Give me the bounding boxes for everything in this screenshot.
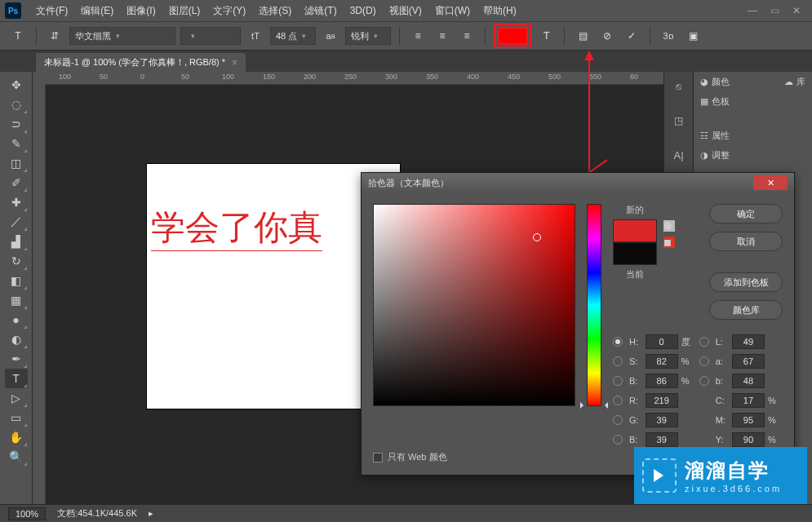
eyedropper-tool[interactable]: ✐ (5, 173, 28, 192)
picker-close-button[interactable]: ✕ (753, 175, 788, 190)
move-tool[interactable]: ✥ (5, 75, 28, 95)
r-radio[interactable] (613, 396, 623, 405)
menu-window[interactable]: 窗口(W) (428, 4, 477, 18)
y-input[interactable] (732, 432, 765, 447)
canvas-text-layer[interactable]: 学会了你真 (151, 205, 322, 251)
healing-tool[interactable]: ✚ (5, 192, 28, 212)
navigator-panel-icon[interactable]: ◳ (668, 109, 690, 132)
menu-view[interactable]: 视图(V) (383, 4, 428, 18)
options-bar: T ⇵ 华文细黑 tT 48 点 aa 锐利 ≡ ≡ ≡ Ƭ ▤ ⊘ ✓ 3ᴅ … (0, 21, 812, 51)
adjustments-panel-tab[interactable]: ◑调整 (697, 147, 733, 163)
l-radio[interactable] (699, 337, 709, 347)
maximize-icon[interactable]: ▭ (770, 5, 779, 16)
type-tool[interactable]: T (5, 369, 28, 388)
m-input[interactable] (732, 413, 765, 427)
align-right-icon[interactable]: ≡ (457, 26, 477, 46)
swatches-panel-tab[interactable]: ▦色板 (697, 93, 733, 109)
b-input[interactable] (646, 374, 678, 388)
g-radio[interactable] (613, 415, 623, 425)
font-style-select[interactable] (180, 27, 241, 45)
quick-select-tool[interactable]: ✎ (5, 134, 28, 153)
font-family-select[interactable]: 华文细黑 (69, 27, 175, 45)
s-input[interactable] (646, 354, 678, 369)
menu-file[interactable]: 文件(F) (29, 4, 74, 18)
tab-close-icon[interactable]: × (232, 57, 237, 69)
a-input[interactable] (732, 354, 765, 369)
status-chevron-icon[interactable]: ▸ (149, 508, 153, 519)
hue-cursor-icon (583, 402, 605, 409)
3d-icon[interactable]: 3ᴅ (659, 26, 678, 46)
websafe-warn-icon[interactable]: ◼ (663, 237, 675, 248)
dodge-tool[interactable]: ◐ (5, 330, 28, 349)
ruler-corner (33, 72, 46, 85)
lasso-tool[interactable]: ⊃ (5, 114, 28, 134)
hand-tool[interactable]: ✋ (5, 427, 28, 447)
menu-image[interactable]: 图像(I) (120, 4, 162, 18)
color-panel-tab[interactable]: ◕颜色 (697, 73, 733, 90)
font-size-select[interactable]: 48 点 (270, 27, 316, 45)
blur-tool[interactable]: ● (5, 310, 28, 330)
eraser-tool[interactable]: ◧ (5, 271, 28, 290)
hue-radio[interactable] (613, 337, 623, 347)
add-swatch-button[interactable]: 添加到色板 (709, 272, 783, 292)
gamut-warn-icon[interactable]: ⬣ (663, 220, 675, 232)
menu-edit[interactable]: 编辑(E) (74, 4, 120, 18)
hue-slider[interactable] (587, 204, 601, 406)
path-select-tool[interactable]: ▷ (5, 388, 28, 408)
saturation-brightness-field[interactable] (373, 204, 575, 406)
menu-type[interactable]: 文字(Y) (206, 4, 252, 18)
gradient-tool[interactable]: ▦ (5, 290, 28, 310)
zoom-level[interactable]: 100% (8, 507, 46, 520)
library-panel-tab[interactable]: ☁库 (781, 73, 809, 90)
properties-panel-tab[interactable]: ☷属性 (697, 127, 733, 144)
align-center-icon[interactable]: ≡ (433, 26, 452, 46)
picker-titlebar[interactable]: 拾色器（文本颜色） ✕ (362, 173, 794, 192)
current-color-swatch[interactable] (613, 242, 657, 265)
cancel-icon[interactable]: ⊘ (597, 26, 617, 46)
character-panel-icon[interactable]: ▤ (573, 26, 592, 46)
ok-button[interactable]: 确定 (709, 204, 783, 223)
commit-icon[interactable]: ✓ (622, 26, 641, 46)
menu-select[interactable]: 选择(S) (252, 4, 298, 18)
close-icon[interactable]: ✕ (792, 5, 801, 16)
align-left-icon[interactable]: ≡ (408, 26, 428, 46)
brush-tool[interactable]: ／ (5, 212, 28, 232)
bl-radio[interactable] (613, 435, 623, 445)
b2-radio[interactable] (699, 376, 709, 386)
shape-tool[interactable]: ▭ (5, 408, 28, 427)
minimize-icon[interactable]: — (748, 5, 757, 16)
crop-tool[interactable]: ◫ (5, 153, 28, 173)
g-input[interactable] (646, 413, 678, 427)
antialias-select[interactable]: 锐利 (345, 27, 391, 45)
cancel-button[interactable]: 取消 (709, 232, 783, 251)
color-library-button[interactable]: 颜色库 (709, 300, 783, 320)
menu-layer[interactable]: 图层(L) (162, 4, 207, 18)
grid-icon: ▦ (700, 96, 708, 107)
b2-input[interactable] (732, 374, 765, 388)
web-only-checkbox[interactable] (373, 453, 383, 462)
text-color-swatch[interactable] (497, 27, 528, 45)
menu-filter[interactable]: 滤镜(T) (298, 4, 343, 18)
stamp-tool[interactable]: ▟ (5, 232, 28, 251)
c-input[interactable] (732, 393, 765, 408)
zoom-tool[interactable]: 🔍 (5, 447, 28, 467)
s-radio[interactable] (613, 356, 623, 366)
history-panel-icon[interactable]: ⎋ (668, 75, 690, 98)
marquee-tool[interactable]: ◌ (5, 95, 28, 114)
bl-input[interactable] (646, 432, 678, 447)
menu-3d[interactable]: 3D(D) (344, 5, 383, 16)
text-orientation-icon[interactable]: ⇵ (45, 26, 64, 46)
document-tab[interactable]: 未标题-1 @ 100% (学会了你真棒！, RGB/8) * × (36, 53, 246, 72)
history-brush-tool[interactable]: ↻ (5, 251, 28, 271)
hue-input[interactable] (646, 334, 678, 349)
r-input[interactable] (646, 393, 678, 408)
character-panel-icon[interactable]: A| (668, 144, 690, 166)
new-color-swatch[interactable] (613, 219, 657, 242)
l-input[interactable] (732, 334, 765, 349)
a-radio[interactable] (699, 356, 709, 366)
panel-toggle-icon[interactable]: ▣ (683, 26, 703, 46)
menu-help[interactable]: 帮助(H) (477, 4, 523, 18)
warp-text-icon[interactable]: Ƭ (536, 26, 556, 46)
pen-tool[interactable]: ✒ (5, 349, 28, 369)
b-radio[interactable] (613, 376, 623, 386)
